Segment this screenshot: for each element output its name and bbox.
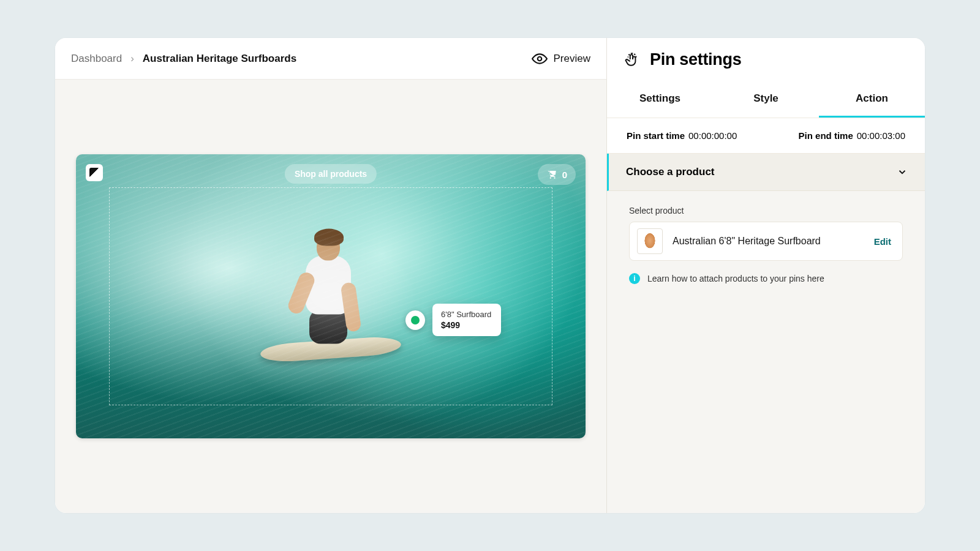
breadcrumb-current: Australian Heritage Surfboards <box>143 53 296 65</box>
breadcrumb-root[interactable]: Dashboard <box>71 53 122 65</box>
selected-product-card: Australian 6'8" Heritage Surfboard Edit <box>629 222 903 261</box>
pin-times: Pin start time00:00:00:00 Pin end time00… <box>607 118 925 154</box>
select-product-label: Select product <box>629 206 903 216</box>
helper-link[interactable]: i Learn how to attach products to your p… <box>629 273 903 284</box>
cart-icon <box>546 169 557 180</box>
video-preview[interactable]: Shop all products 0 6'8" Surfboard $499 <box>76 154 586 438</box>
sidebar-header: Pin settings <box>607 38 925 81</box>
tap-icon <box>624 52 640 68</box>
cart-button[interactable]: 0 <box>538 164 576 185</box>
helper-text: Learn how to attach products to your pin… <box>647 274 824 283</box>
pin-start-time: Pin start time00:00:00:00 <box>627 130 737 141</box>
tab-action[interactable]: Action <box>819 81 925 118</box>
breadcrumb: Dashboard › Australian Heritage Surfboar… <box>71 53 296 65</box>
hotspot-marker-icon[interactable] <box>405 310 425 330</box>
chevron-right-icon: › <box>130 53 134 65</box>
hotspot-price: $499 <box>441 320 492 330</box>
preview-button[interactable]: Preview <box>532 51 590 67</box>
preview-label: Preview <box>554 53 590 65</box>
svg-point-0 <box>537 56 541 61</box>
choose-product-section-body: Select product Australian 6'8" Heritage … <box>607 191 925 299</box>
choose-product-section-header[interactable]: Choose a product <box>607 154 925 191</box>
product-hotspot[interactable]: 6'8" Surfboard $499 <box>405 304 501 336</box>
topbar: Dashboard › Australian Heritage Surfboar… <box>55 38 606 80</box>
tab-settings[interactable]: Settings <box>607 81 713 118</box>
section-title: Choose a product <box>626 166 715 178</box>
product-name: Australian 6'8" Heritage Surfboard <box>673 236 864 247</box>
main-panel: Dashboard › Australian Heritage Surfboar… <box>55 38 606 513</box>
chevron-down-icon <box>897 167 908 178</box>
eye-icon <box>532 51 548 67</box>
hotspot-tooltip: 6'8" Surfboard $499 <box>432 304 501 336</box>
edit-product-button[interactable]: Edit <box>874 236 891 247</box>
brand-logo-chip <box>86 164 103 181</box>
pin-end-time: Pin end time00:00:03:00 <box>799 130 905 141</box>
hotspot-title: 6'8" Surfboard <box>441 310 492 319</box>
product-thumbnail <box>637 228 663 254</box>
sidebar-title: Pin settings <box>650 50 741 69</box>
tab-style[interactable]: Style <box>713 81 819 118</box>
app-window: Dashboard › Australian Heritage Surfboar… <box>55 38 925 513</box>
canvas-area: Shop all products 0 6'8" Surfboard $499 <box>55 80 606 513</box>
cart-count: 0 <box>562 170 567 180</box>
shop-all-button[interactable]: Shop all products <box>285 164 377 184</box>
safe-zone-guide <box>109 187 552 405</box>
info-icon: i <box>629 273 640 284</box>
sidebar-tabs: Settings Style Action <box>607 81 925 118</box>
sidebar: Pin settings Settings Style Action Pin s… <box>606 38 925 513</box>
